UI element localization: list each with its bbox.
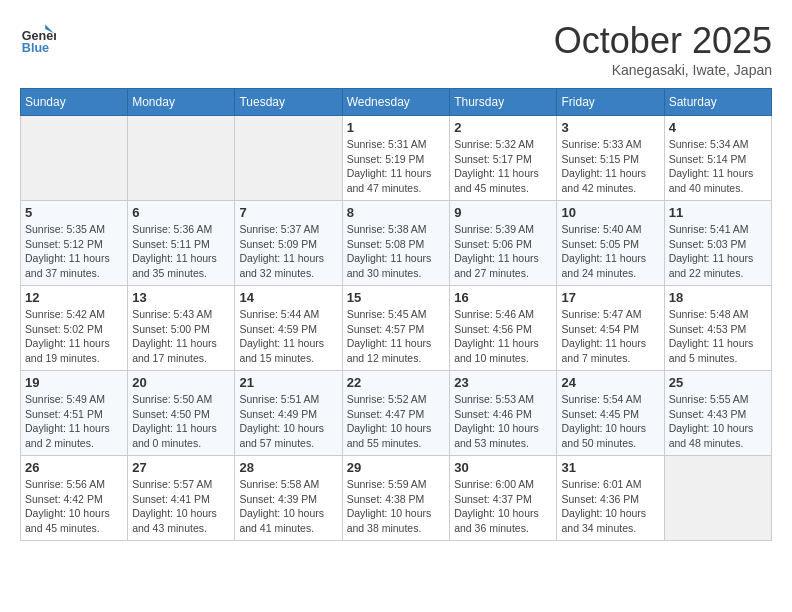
week-row-3: 12Sunrise: 5:42 AM Sunset: 5:02 PM Dayli…	[21, 286, 772, 371]
day-number: 26	[25, 460, 123, 475]
day-info: Sunrise: 5:33 AM Sunset: 5:15 PM Dayligh…	[561, 137, 659, 196]
calendar-cell: 5Sunrise: 5:35 AM Sunset: 5:12 PM Daylig…	[21, 201, 128, 286]
week-row-5: 26Sunrise: 5:56 AM Sunset: 4:42 PM Dayli…	[21, 456, 772, 541]
day-info: Sunrise: 5:31 AM Sunset: 5:19 PM Dayligh…	[347, 137, 446, 196]
calendar-cell: 31Sunrise: 6:01 AM Sunset: 4:36 PM Dayli…	[557, 456, 664, 541]
calendar-cell: 30Sunrise: 6:00 AM Sunset: 4:37 PM Dayli…	[450, 456, 557, 541]
day-number: 14	[239, 290, 337, 305]
day-info: Sunrise: 5:37 AM Sunset: 5:09 PM Dayligh…	[239, 222, 337, 281]
calendar-cell: 6Sunrise: 5:36 AM Sunset: 5:11 PM Daylig…	[128, 201, 235, 286]
weekday-header-wednesday: Wednesday	[342, 89, 450, 116]
calendar-cell: 20Sunrise: 5:50 AM Sunset: 4:50 PM Dayli…	[128, 371, 235, 456]
day-number: 13	[132, 290, 230, 305]
weekday-header-monday: Monday	[128, 89, 235, 116]
calendar-cell: 27Sunrise: 5:57 AM Sunset: 4:41 PM Dayli…	[128, 456, 235, 541]
calendar-table: SundayMondayTuesdayWednesdayThursdayFrid…	[20, 88, 772, 541]
day-info: Sunrise: 5:40 AM Sunset: 5:05 PM Dayligh…	[561, 222, 659, 281]
calendar-cell: 28Sunrise: 5:58 AM Sunset: 4:39 PM Dayli…	[235, 456, 342, 541]
day-info: Sunrise: 5:55 AM Sunset: 4:43 PM Dayligh…	[669, 392, 767, 451]
day-number: 28	[239, 460, 337, 475]
day-number: 10	[561, 205, 659, 220]
day-info: Sunrise: 5:57 AM Sunset: 4:41 PM Dayligh…	[132, 477, 230, 536]
page-header: General Blue October 2025 Kanegasaki, Iw…	[20, 20, 772, 78]
calendar-cell: 14Sunrise: 5:44 AM Sunset: 4:59 PM Dayli…	[235, 286, 342, 371]
calendar-cell	[128, 116, 235, 201]
week-row-1: 1Sunrise: 5:31 AM Sunset: 5:19 PM Daylig…	[21, 116, 772, 201]
day-info: Sunrise: 5:42 AM Sunset: 5:02 PM Dayligh…	[25, 307, 123, 366]
calendar-cell: 12Sunrise: 5:42 AM Sunset: 5:02 PM Dayli…	[21, 286, 128, 371]
calendar-cell: 7Sunrise: 5:37 AM Sunset: 5:09 PM Daylig…	[235, 201, 342, 286]
logo: General Blue	[20, 20, 60, 56]
day-info: Sunrise: 5:50 AM Sunset: 4:50 PM Dayligh…	[132, 392, 230, 451]
svg-text:Blue: Blue	[22, 41, 49, 55]
day-number: 2	[454, 120, 552, 135]
day-info: Sunrise: 5:52 AM Sunset: 4:47 PM Dayligh…	[347, 392, 446, 451]
day-info: Sunrise: 5:41 AM Sunset: 5:03 PM Dayligh…	[669, 222, 767, 281]
day-number: 24	[561, 375, 659, 390]
month-title: October 2025	[554, 20, 772, 62]
day-number: 23	[454, 375, 552, 390]
location-subtitle: Kanegasaki, Iwate, Japan	[554, 62, 772, 78]
day-number: 1	[347, 120, 446, 135]
calendar-cell	[235, 116, 342, 201]
calendar-cell: 8Sunrise: 5:38 AM Sunset: 5:08 PM Daylig…	[342, 201, 450, 286]
calendar-cell: 9Sunrise: 5:39 AM Sunset: 5:06 PM Daylig…	[450, 201, 557, 286]
day-number: 25	[669, 375, 767, 390]
day-info: Sunrise: 5:48 AM Sunset: 4:53 PM Dayligh…	[669, 307, 767, 366]
day-info: Sunrise: 5:54 AM Sunset: 4:45 PM Dayligh…	[561, 392, 659, 451]
week-row-4: 19Sunrise: 5:49 AM Sunset: 4:51 PM Dayli…	[21, 371, 772, 456]
day-number: 11	[669, 205, 767, 220]
day-number: 5	[25, 205, 123, 220]
calendar-cell: 13Sunrise: 5:43 AM Sunset: 5:00 PM Dayli…	[128, 286, 235, 371]
day-number: 3	[561, 120, 659, 135]
day-number: 20	[132, 375, 230, 390]
day-number: 21	[239, 375, 337, 390]
day-info: Sunrise: 5:34 AM Sunset: 5:14 PM Dayligh…	[669, 137, 767, 196]
day-number: 12	[25, 290, 123, 305]
day-number: 22	[347, 375, 446, 390]
weekday-header-saturday: Saturday	[664, 89, 771, 116]
day-number: 17	[561, 290, 659, 305]
calendar-cell: 26Sunrise: 5:56 AM Sunset: 4:42 PM Dayli…	[21, 456, 128, 541]
day-info: Sunrise: 5:36 AM Sunset: 5:11 PM Dayligh…	[132, 222, 230, 281]
day-number: 8	[347, 205, 446, 220]
day-number: 29	[347, 460, 446, 475]
day-info: Sunrise: 5:51 AM Sunset: 4:49 PM Dayligh…	[239, 392, 337, 451]
day-info: Sunrise: 5:44 AM Sunset: 4:59 PM Dayligh…	[239, 307, 337, 366]
day-info: Sunrise: 5:47 AM Sunset: 4:54 PM Dayligh…	[561, 307, 659, 366]
calendar-cell: 16Sunrise: 5:46 AM Sunset: 4:56 PM Dayli…	[450, 286, 557, 371]
day-info: Sunrise: 5:56 AM Sunset: 4:42 PM Dayligh…	[25, 477, 123, 536]
calendar-cell: 24Sunrise: 5:54 AM Sunset: 4:45 PM Dayli…	[557, 371, 664, 456]
day-info: Sunrise: 5:46 AM Sunset: 4:56 PM Dayligh…	[454, 307, 552, 366]
calendar-cell: 11Sunrise: 5:41 AM Sunset: 5:03 PM Dayli…	[664, 201, 771, 286]
calendar-cell: 10Sunrise: 5:40 AM Sunset: 5:05 PM Dayli…	[557, 201, 664, 286]
weekday-header-tuesday: Tuesday	[235, 89, 342, 116]
day-info: Sunrise: 5:39 AM Sunset: 5:06 PM Dayligh…	[454, 222, 552, 281]
calendar-cell: 15Sunrise: 5:45 AM Sunset: 4:57 PM Dayli…	[342, 286, 450, 371]
day-info: Sunrise: 5:58 AM Sunset: 4:39 PM Dayligh…	[239, 477, 337, 536]
calendar-cell	[21, 116, 128, 201]
day-number: 7	[239, 205, 337, 220]
logo-icon: General Blue	[20, 20, 56, 56]
calendar-cell: 23Sunrise: 5:53 AM Sunset: 4:46 PM Dayli…	[450, 371, 557, 456]
day-number: 9	[454, 205, 552, 220]
calendar-cell: 29Sunrise: 5:59 AM Sunset: 4:38 PM Dayli…	[342, 456, 450, 541]
calendar-cell: 18Sunrise: 5:48 AM Sunset: 4:53 PM Dayli…	[664, 286, 771, 371]
day-info: Sunrise: 5:43 AM Sunset: 5:00 PM Dayligh…	[132, 307, 230, 366]
day-number: 18	[669, 290, 767, 305]
title-block: October 2025 Kanegasaki, Iwate, Japan	[554, 20, 772, 78]
calendar-cell: 3Sunrise: 5:33 AM Sunset: 5:15 PM Daylig…	[557, 116, 664, 201]
calendar-cell: 1Sunrise: 5:31 AM Sunset: 5:19 PM Daylig…	[342, 116, 450, 201]
calendar-cell: 22Sunrise: 5:52 AM Sunset: 4:47 PM Dayli…	[342, 371, 450, 456]
day-info: Sunrise: 6:00 AM Sunset: 4:37 PM Dayligh…	[454, 477, 552, 536]
day-info: Sunrise: 6:01 AM Sunset: 4:36 PM Dayligh…	[561, 477, 659, 536]
day-number: 27	[132, 460, 230, 475]
day-number: 4	[669, 120, 767, 135]
day-info: Sunrise: 5:32 AM Sunset: 5:17 PM Dayligh…	[454, 137, 552, 196]
day-number: 30	[454, 460, 552, 475]
day-info: Sunrise: 5:53 AM Sunset: 4:46 PM Dayligh…	[454, 392, 552, 451]
weekday-header-thursday: Thursday	[450, 89, 557, 116]
weekday-header-friday: Friday	[557, 89, 664, 116]
calendar-cell: 25Sunrise: 5:55 AM Sunset: 4:43 PM Dayli…	[664, 371, 771, 456]
calendar-cell: 4Sunrise: 5:34 AM Sunset: 5:14 PM Daylig…	[664, 116, 771, 201]
